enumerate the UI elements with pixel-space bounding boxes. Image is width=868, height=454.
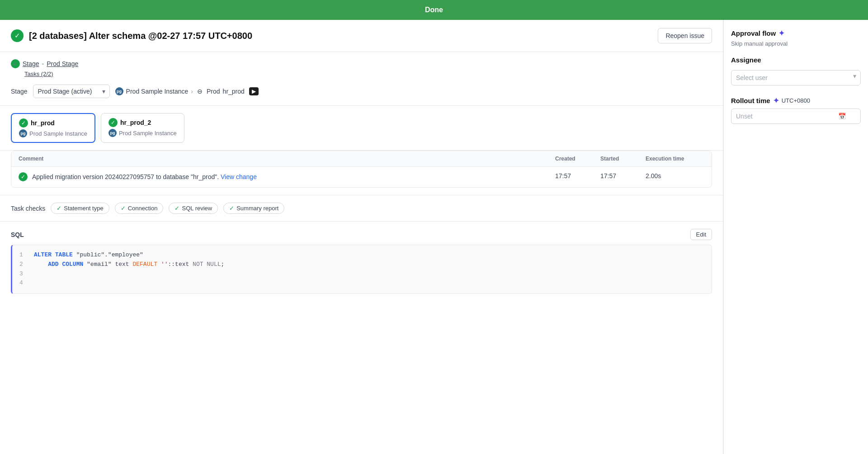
code-content-3: [34, 270, 38, 279]
stage-selector-row: Stage Prod Stage (active) pg Prod Sample…: [11, 85, 712, 98]
postgres-icon: pg: [115, 87, 123, 95]
issue-title: [2 databases] Alter schema @02-27 17:57 …: [29, 31, 252, 41]
stage-label-text: Stage: [11, 88, 28, 95]
col-comment: Comment: [19, 156, 555, 162]
stage-section: ✓ Stage - Prod Stage Tasks (2/2) Stage P…: [0, 52, 723, 106]
db-card-header-2: ✓ hr_prod_2: [108, 118, 177, 127]
tasks-count: (2/2): [41, 71, 53, 77]
issue-title-row: ✓ [2 databases] Alter schema @02-27 17:5…: [11, 29, 252, 42]
check-label-3: SQL review: [182, 205, 212, 212]
line-num-2: 2: [19, 260, 27, 270]
banner-title: Done: [425, 6, 443, 14]
db-instance-label-2: Prod Sample Instance: [119, 130, 177, 137]
line-num-3: 3: [19, 270, 27, 279]
line-num-1: 1: [19, 251, 27, 260]
tasks-table: Comment Created Started Execution time ✓…: [11, 151, 712, 188]
pg-icon-1: pg: [19, 129, 27, 137]
db-card-instance-1: pg Prod Sample Instance: [19, 129, 87, 137]
task-checks-label: Task checks: [11, 205, 45, 212]
rollout-magic-icon: ✦: [773, 96, 779, 105]
select-user-dropdown[interactable]: Select user: [731, 70, 861, 85]
db-label: Prod: [207, 88, 220, 95]
select-user-wrapper: Select user: [731, 66, 861, 85]
status-banner: Done: [0, 0, 868, 20]
db-cards-container: ✓ hr_prod pg Prod Sample Instance ✓ hr_p…: [0, 106, 723, 151]
stage-breadcrumb: ✓ Stage - Prod Stage: [11, 59, 712, 68]
line-num-4: 4: [19, 279, 27, 288]
db-card-status-icon-2: ✓: [108, 118, 118, 127]
kw-default: DEFAULT: [132, 261, 160, 268]
created-time: 17:57: [555, 172, 600, 180]
check-icon-2: ✓: [121, 205, 126, 212]
stage-select-wrapper: Prod Stage (active): [33, 85, 110, 98]
check-icon-3: ✓: [175, 205, 179, 212]
col-execution: Execution time: [646, 156, 704, 162]
approval-flow-title: Approval flow ✦: [731, 29, 861, 38]
tasks-link[interactable]: Tasks (2/2): [24, 71, 53, 77]
sql-label: SQL: [11, 231, 24, 238]
db-instance-label-1: Prod Sample Instance: [29, 130, 87, 137]
tasks-table-header: Comment Created Started Execution time: [11, 151, 712, 167]
code-line-1: 1 ALTER TABLE "public"."employee": [19, 251, 704, 260]
approval-flow-section: Approval flow ✦ Skip manual approval: [731, 29, 861, 47]
stage-select[interactable]: Prod Stage (active): [33, 85, 110, 98]
execution-time: 2.00s: [646, 172, 704, 180]
pg-icon-2: pg: [108, 129, 117, 137]
code-line-2: 2 ADD COLUMN "email" text DEFAULT ''::te…: [19, 260, 704, 270]
str-empty: '': [161, 261, 168, 268]
db-sub-label: hr_prod: [223, 88, 245, 95]
task-checks-section: Task checks ✓ Statement type ✓ Connectio…: [0, 195, 723, 222]
breadcrumb-separator: -: [42, 60, 44, 67]
comment-text: Applied migration version 20240227095757…: [32, 172, 257, 182]
db-card-status-icon-1: ✓: [19, 118, 28, 128]
check-sql-review[interactable]: ✓ SQL review: [169, 203, 218, 214]
assignee-title: Assignee: [731, 56, 861, 64]
sql-header: SQL Edit: [11, 229, 712, 240]
check-connection[interactable]: ✓ Connection: [115, 203, 164, 214]
timezone-badge: UTC+0800: [782, 97, 810, 104]
col-created: Created: [555, 156, 600, 162]
check-summary-report[interactable]: ✓ Summary report: [223, 203, 284, 214]
db-card-name-1: hr_prod: [31, 119, 55, 127]
code-content-2: ADD COLUMN "email" text DEFAULT ''::text…: [34, 260, 224, 270]
started-time: 17:57: [600, 172, 646, 180]
calendar-icon: 📅: [838, 113, 846, 120]
stage-link[interactable]: Stage: [23, 60, 39, 67]
db-card-hr-prod[interactable]: ✓ hr_prod pg Prod Sample Instance: [11, 113, 95, 143]
tasks-label: Tasks: [24, 71, 39, 77]
instance-name: Prod Sample Instance: [126, 88, 189, 95]
reopen-issue-button[interactable]: Reopen issue: [658, 28, 712, 43]
code-line-4: 4: [19, 279, 704, 288]
sql-code-block: 1 ALTER TABLE "public"."employee" 2 ADD …: [11, 245, 712, 294]
check-label-2: Connection: [128, 205, 158, 212]
terminal-badge: ▶: [249, 87, 259, 95]
rollout-label: Rollout time: [731, 97, 770, 104]
db-card-hr-prod-2[interactable]: ✓ hr_prod_2 pg Prod Sample Instance: [101, 113, 184, 143]
view-change-link[interactable]: View change: [221, 173, 257, 180]
kw-alter: ALTER TABLE: [34, 251, 76, 258]
col-started: Started: [600, 156, 646, 162]
db-card-name-2: hr_prod_2: [120, 119, 151, 126]
right-panel: Approval flow ✦ Skip manual approval Ass…: [723, 20, 868, 454]
issue-status-icon: ✓: [11, 29, 24, 42]
prod-stage-link[interactable]: Prod Stage: [47, 60, 78, 67]
breadcrumb-chevron: ›: [191, 88, 193, 95]
issue-header: ✓ [2 databases] Alter schema @02-27 17:5…: [0, 20, 723, 52]
assignee-label: Assignee: [731, 56, 761, 64]
check-statement-type[interactable]: ✓ Statement type: [51, 203, 109, 214]
rollout-time-input[interactable]: Unset 📅: [731, 109, 861, 124]
edit-sql-button[interactable]: Edit: [690, 229, 712, 240]
code-line-3: 3: [19, 270, 704, 279]
comment-cell: ✓ Applied migration version 202402270957…: [19, 172, 555, 182]
check-icon-1: ✓: [57, 205, 61, 212]
database-icon: ⊖: [196, 87, 204, 95]
db-card-instance-2: pg Prod Sample Instance: [108, 129, 177, 137]
rollout-title: Rollout time ✦ UTC+0800: [731, 96, 861, 105]
kw-add: ADD COLUMN: [48, 261, 87, 268]
db-card-header-1: ✓ hr_prod: [19, 118, 87, 128]
code-content-1: ALTER TABLE "public"."employee": [34, 251, 143, 260]
magic-sparkle-icon: ✦: [778, 29, 784, 38]
kw-notnull: NOT NULL: [193, 261, 221, 268]
instance-breadcrumb: pg Prod Sample Instance › ⊖ Prod hr_prod…: [115, 87, 259, 95]
rollout-section: Rollout time ✦ UTC+0800 Unset 📅: [731, 96, 861, 124]
